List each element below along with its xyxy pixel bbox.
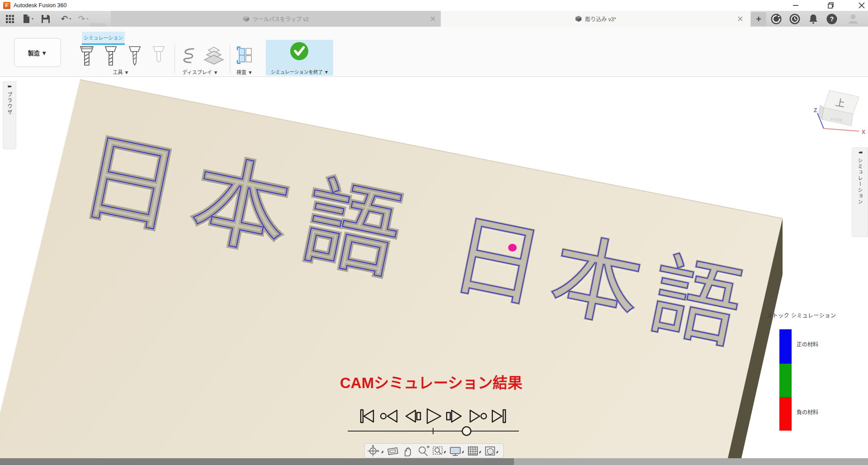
navigation-toolbar xyxy=(364,443,504,458)
ribbon-divider xyxy=(175,44,175,73)
title-bar: F Autodesk Fusion 360 xyxy=(0,0,868,11)
end-simulation-label: シミュレーションを終了 ▼ xyxy=(271,69,329,75)
window-title: Autodesk Fusion 360 xyxy=(14,0,66,11)
play-button[interactable] xyxy=(427,409,441,423)
profile-button[interactable] xyxy=(847,13,859,24)
display-caret-icon[interactable] xyxy=(462,451,464,454)
legend-positive-swatch xyxy=(779,329,792,364)
orbit-caret-icon[interactable] xyxy=(382,451,383,454)
display-settings-button[interactable] xyxy=(450,447,460,456)
redo-icon: ↷ xyxy=(78,14,85,24)
fusion360-window: F Autodesk Fusion 360 ▾ xyxy=(0,0,868,465)
tool4-button[interactable] xyxy=(150,45,167,67)
workspace-selector[interactable]: 製造 ▼ xyxy=(14,38,61,67)
tool-bit-icon xyxy=(153,47,164,52)
bottom-scrollbar-track[interactable] xyxy=(0,458,868,465)
orbit-button[interactable] xyxy=(368,445,379,456)
expand-browser-icon: ▶▶ xyxy=(8,85,11,88)
simulation-panel-collapsed[interactable]: ◀◀ シミュレーション xyxy=(852,147,868,237)
browser-panel-collapsed[interactable]: ▶▶ ブラウザ xyxy=(3,81,16,149)
zoom-window-caret-icon[interactable] xyxy=(444,451,446,454)
viewcube[interactable]: 上 フロント Z X xyxy=(808,85,868,142)
end-simulation-dropdown[interactable]: シミュレーションを終了 ▼ xyxy=(267,68,333,75)
viewports-caret-icon[interactable] xyxy=(496,451,498,454)
z-axis-label: Z xyxy=(814,107,817,114)
x-axis-line xyxy=(824,128,859,131)
notifications-button[interactable] xyxy=(807,13,819,25)
display-group-label: ディスプレイ ▼ xyxy=(182,70,218,75)
apps-grid-button[interactable] xyxy=(3,11,17,27)
tool2-button[interactable] xyxy=(102,45,119,67)
file-icon xyxy=(23,14,30,24)
job-status-button[interactable] xyxy=(770,13,782,25)
document-tab-label: 彫り込み v3* xyxy=(585,15,616,23)
stock-display-button[interactable] xyxy=(203,45,224,67)
document-tab-toolpath-wrap[interactable]: ツールパスをラップ v2 xyxy=(111,11,441,27)
end-simulation-button[interactable] xyxy=(289,41,309,61)
help-button[interactable]: ? xyxy=(826,13,838,25)
display-group-dropdown[interactable]: ディスプレイ ▼ xyxy=(181,68,220,76)
apps-grid-icon xyxy=(5,14,14,24)
plus-icon: + xyxy=(756,14,761,24)
new-tab-button[interactable]: + xyxy=(751,12,766,26)
inspect-button[interactable] xyxy=(236,45,254,67)
close-tab-icon[interactable] xyxy=(429,15,436,22)
legend-negative-label: 負の材料 xyxy=(797,408,818,416)
toolpath-icon xyxy=(184,49,193,62)
navigation-icons xyxy=(366,444,502,458)
tool1-button[interactable] xyxy=(78,45,95,67)
file-menu-button[interactable]: ▾ xyxy=(20,11,36,27)
legend-negative-swatch xyxy=(779,397,792,431)
document-cube-icon xyxy=(575,15,582,22)
toolpath-display-button[interactable] xyxy=(179,45,197,67)
ribbon-toolbar: 製造 ▼ シミュレーション 工具 ▼ xyxy=(0,27,868,77)
notifications-bell-icon xyxy=(809,14,817,22)
tab-simulation[interactable]: シミュレーション xyxy=(82,32,125,43)
undo-icon: ↶ xyxy=(61,14,68,24)
tool-group-dropdown[interactable]: 工具 ▼ xyxy=(108,68,133,76)
inspect-group-dropdown[interactable]: 検査 ▼ xyxy=(231,68,258,76)
active-tab-underline xyxy=(82,43,125,45)
timeline-handle[interactable] xyxy=(462,427,471,436)
look-at-button[interactable] xyxy=(388,448,398,455)
previous-operation-button[interactable] xyxy=(381,410,397,422)
context-tab-label: シミュレーション xyxy=(84,34,123,41)
zoom-window-button[interactable] xyxy=(433,447,442,454)
close-tab-icon[interactable] xyxy=(737,15,744,22)
minimize-button[interactable] xyxy=(786,0,806,11)
grid-settings-button[interactable] xyxy=(468,447,477,455)
step-forward-button[interactable] xyxy=(447,410,461,422)
fusion-logo-icon: F xyxy=(3,2,10,9)
viewcube-top-label: 上 xyxy=(835,97,846,109)
undo-button[interactable]: ↶ ▾ xyxy=(57,11,75,27)
tool-position-marker xyxy=(508,244,517,251)
minimize-icon xyxy=(792,2,799,9)
step-back-button[interactable] xyxy=(406,410,420,422)
bottom-scrollbar-thumb[interactable] xyxy=(0,458,514,465)
restore-icon xyxy=(827,2,835,9)
simulation-caption: CAMシミュレーション結果 xyxy=(340,371,523,393)
pan-button[interactable] xyxy=(405,447,410,456)
svg-text:?: ? xyxy=(830,15,834,23)
workspace-label: 製造 ▼ xyxy=(28,48,47,57)
skip-to-end-button[interactable] xyxy=(492,410,505,422)
expand-simulation-icon: ◀◀ xyxy=(859,151,862,154)
file-caret-icon: ▾ xyxy=(32,17,33,21)
simulation-timeline[interactable] xyxy=(344,424,525,439)
recent-files-button[interactable] xyxy=(789,13,801,25)
grid-caret-icon[interactable] xyxy=(479,451,481,454)
tool-bit-icon xyxy=(105,47,116,52)
simulation-panel-label: シミュレーション xyxy=(856,158,863,205)
restore-button[interactable] xyxy=(821,0,841,11)
viewports-button[interactable] xyxy=(486,447,495,455)
skip-to-start-button[interactable] xyxy=(361,410,373,422)
save-button[interactable] xyxy=(39,11,52,27)
ribbon-divider xyxy=(230,44,230,73)
next-operation-button[interactable] xyxy=(470,410,486,422)
tool3-button[interactable] xyxy=(126,45,143,67)
browser-panel-label: ブラウザ xyxy=(6,92,13,115)
save-icon xyxy=(41,14,50,24)
zoom-button[interactable] xyxy=(419,446,429,456)
document-tab-engrave[interactable]: 彫り込み v3* xyxy=(441,11,750,27)
close-button[interactable] xyxy=(852,0,868,11)
